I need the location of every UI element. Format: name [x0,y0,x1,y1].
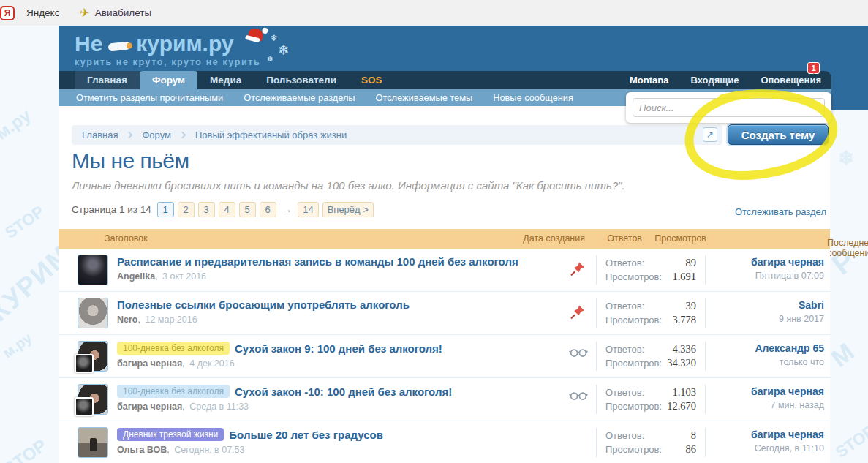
tab-sos[interactable]: SOS [349,71,395,89]
page-button[interactable]: 4 [219,202,235,217]
replies-label: Ответов: [605,385,644,399]
forum-screenshot: Я Яндекс ✈ Авиабилеты м.ру STOP КУРИМ м.… [0,0,868,463]
thread-stats: Ответов:8 Просмотров:86 [596,428,706,457]
page-range-arrow: → [282,204,293,215]
tab-home[interactable]: Главная [75,71,140,89]
breadcrumb-home[interactable]: Главная [82,129,118,140]
watched-glasses-icon [569,347,588,366]
last-poster-link[interactable]: Sabri [696,299,824,311]
last-post-time[interactable]: только что [696,357,824,367]
column-replies[interactable]: Ответов [607,233,642,244]
thread-title-link[interactable]: Сухой закон -10: 100 дней без алкоголя! [235,385,452,398]
thread-author[interactable]: багира черная [117,402,182,412]
subnav-mark-read[interactable]: Отметить разделы прочитанными [76,92,223,103]
breadcrumb-section[interactable]: Новый эффективный образ жизни [195,129,347,140]
chevron-right-icon [126,132,133,139]
chevron-right-icon [179,132,186,139]
search-panel [626,92,831,123]
page-description: Личные дневники бросивших пить и команды… [72,179,625,192]
views-value: 12.670 [667,399,696,413]
thread-stats: Ответов:39 Просмотров:3.778 [596,298,706,328]
thread-author[interactable]: Angelika [117,271,155,282]
tab-media[interactable]: Медиа [197,71,254,89]
breadcrumb-forum[interactable]: Форум [142,129,171,140]
alerts-label: Оповещения [761,75,821,86]
alerts-link[interactable]: Оповещения 1 [761,75,821,86]
views-value: 86 [686,443,697,456]
views-label: Просмотров: [605,313,662,327]
thread-title-link[interactable]: Сухой закон 9: 100 дней без алкоголя! [235,342,442,355]
subnav-watched-forums[interactable]: Отслеживаемые разделы [244,92,355,103]
watermark-text: м.ру [0,330,35,362]
avatar[interactable] [78,298,108,328]
last-post-time[interactable]: Пятница в 07:09 [696,271,824,281]
last-post-time[interactable]: Сегодня, в 11:10 [696,443,824,453]
thread-author[interactable]: Nero [117,315,137,325]
replies-label: Ответов: [605,299,644,313]
thread-prefix-badge[interactable]: 100-дневка без алкоголя [117,385,230,398]
replies-label: Ответов: [605,429,644,443]
meta-separator: , [182,358,184,369]
watermark-text: м.ру [0,105,34,144]
views-label: Просмотров: [605,443,662,456]
column-views[interactable]: Просмотров [654,233,706,244]
page-button[interactable]: 3 [198,202,215,217]
last-poster-link[interactable]: багира черная [696,385,824,397]
thread-stats: Ответов:89 Просмотров:1.691 [596,255,706,285]
replies-value: 89 [686,256,697,270]
subnav-new-posts[interactable]: Новые сообщения [493,92,573,103]
create-topic-button[interactable]: Создать тему [728,124,829,145]
page-button-last[interactable]: 14 [298,202,318,217]
inbox-link[interactable]: Входящие [690,75,739,86]
sticky-pin-icon [569,260,588,279]
page-button[interactable]: 5 [239,202,256,217]
plane-icon: ✈ [79,5,91,20]
thread-author[interactable]: багира черная [117,358,182,369]
replies-label: Ответов: [605,342,644,356]
next-page-button[interactable]: Вперёд > [322,202,374,217]
thread-title-link[interactable]: Полезные ссылки бросающим употреблять ал… [117,298,410,311]
page-button[interactable]: 6 [260,202,276,217]
page-title: Мы не пьём [72,148,189,173]
breadcrumb: Главная Форум Новый эффективный образ жи… [72,125,722,145]
avatar[interactable] [78,427,108,458]
thread-prefix-badge[interactable]: 100-дневка без алкоголя [117,342,230,355]
thread-title-link[interactable]: Расписание и предварительная запись в ко… [117,255,518,268]
thread-author[interactable]: Ольга ВОВ [117,445,167,455]
last-post-time[interactable]: 9 янв 2017 [696,314,824,324]
secondary-avatar[interactable] [75,397,94,416]
site-logo[interactable]: Не курим.ру курить не круто, круто не ку… [75,31,260,67]
views-label: Просмотров: [605,399,662,413]
page-button[interactable]: 2 [178,202,195,217]
search-input[interactable] [633,98,825,117]
thread-title-link[interactable]: Больше 20 лет без градусов [229,429,383,441]
column-title[interactable]: Заголовок [105,233,148,244]
share-icon[interactable]: ↗ [703,127,717,142]
thread-list: Расписание и предварительная запись в ко… [59,249,830,463]
bookmark-label: Авиабилеты [95,7,151,18]
subnav-watched-threads[interactable]: Отслеживаемые темы [376,92,473,103]
last-poster-link[interactable]: багира черная [696,429,824,440]
browser-bookmarks-bar: Я Яндекс ✈ Авиабилеты [0,0,868,26]
last-poster-link[interactable]: Александр 65 [696,342,824,354]
tab-forum[interactable]: Форум [140,71,197,89]
last-poster-link[interactable]: багира черная [696,256,824,268]
secondary-avatar[interactable] [75,354,94,373]
watermark-text: STOP [1,202,48,242]
bookmark-avia[interactable]: ✈ Авиабилеты [80,6,151,20]
column-date[interactable]: Дата создания [523,233,585,244]
content-area: Главная Форум Новый эффективный образ жи… [59,106,830,463]
meta-separator: , [182,402,184,412]
bookmark-yandex[interactable]: Я Яндекс [7,6,59,20]
last-message: Александр 65 только что [696,342,824,367]
username-link[interactable]: Montana [630,75,668,86]
avatar[interactable] [78,255,108,285]
watched-glasses-icon [569,390,588,409]
thread-row: Расписание и предварительная запись в ко… [59,249,830,292]
watch-forum-link[interactable]: Отслеживать раздел [735,206,826,217]
page-button-current[interactable]: 1 [157,202,174,217]
last-post-time[interactable]: 7 мин. назад [696,400,824,410]
tab-users[interactable]: Пользователи [254,71,349,89]
thread-prefix-badge[interactable]: Дневник трезвой жизни [117,428,224,441]
yandex-icon: Я [0,6,15,20]
